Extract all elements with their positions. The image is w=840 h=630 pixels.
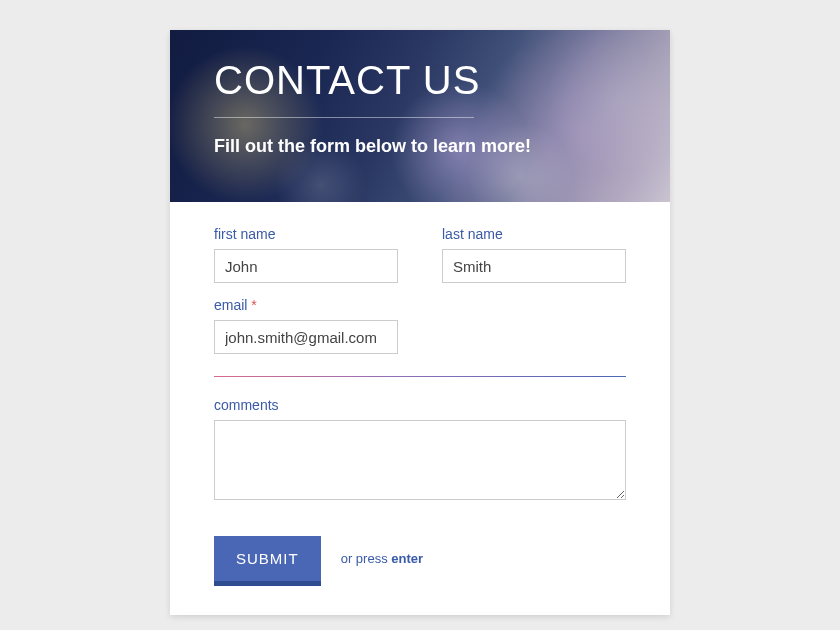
email-label-text: email <box>214 297 247 313</box>
comments-group: comments <box>214 397 626 504</box>
last-name-label: last name <box>442 226 626 242</box>
subtitle: Fill out the form below to learn more! <box>214 136 626 157</box>
email-label: email * <box>214 297 626 313</box>
contact-form: first name last name email * comments SU… <box>170 202 670 615</box>
header-divider <box>214 117 474 118</box>
last-name-input[interactable] <box>442 249 626 283</box>
page-title: CONTACT US <box>214 58 626 103</box>
name-row: first name last name <box>214 226 626 283</box>
first-name-label: first name <box>214 226 398 242</box>
email-input[interactable] <box>214 320 398 354</box>
submit-hint: or press enter <box>341 551 423 566</box>
first-name-group: first name <box>214 226 398 283</box>
submit-button[interactable]: SUBMIT <box>214 536 321 581</box>
form-footer: SUBMIT or press enter <box>214 536 626 581</box>
comments-textarea[interactable] <box>214 420 626 500</box>
contact-card: CONTACT US Fill out the form below to le… <box>170 30 670 615</box>
section-divider <box>214 376 626 377</box>
hint-prefix: or press <box>341 551 392 566</box>
email-group: email * <box>214 297 626 354</box>
first-name-input[interactable] <box>214 249 398 283</box>
hint-key: enter <box>391 551 423 566</box>
comments-label: comments <box>214 397 626 413</box>
required-marker: * <box>251 297 256 313</box>
header: CONTACT US Fill out the form below to le… <box>170 30 670 202</box>
last-name-group: last name <box>442 226 626 283</box>
